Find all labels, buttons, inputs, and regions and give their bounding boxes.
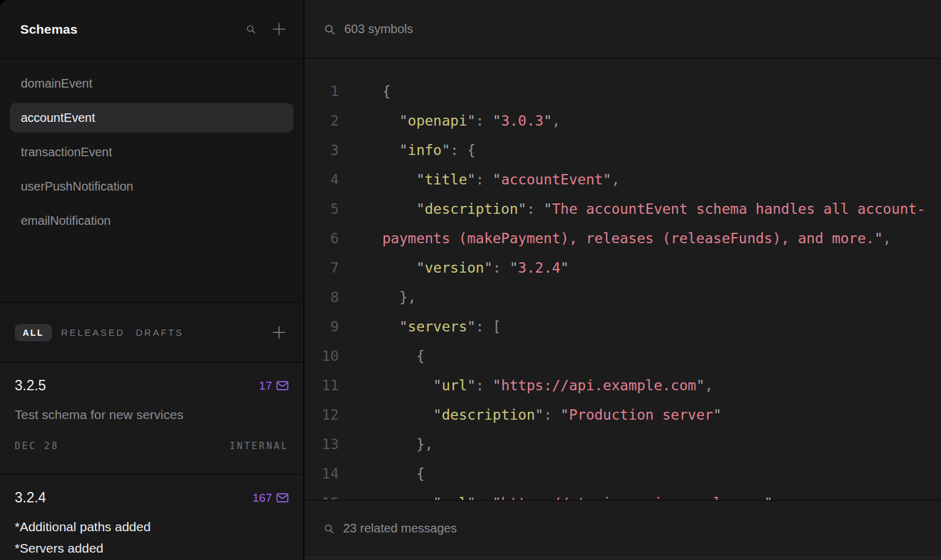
- line-number: 8: [304, 282, 339, 312]
- code-text: "url": "https://staging.api.example.com"…: [382, 488, 781, 500]
- code-line-3: 3 "info": {: [304, 135, 941, 165]
- line-number: 9: [304, 312, 339, 341]
- schema-list-item-userPushNotification[interactable]: userPushNotification: [10, 172, 293, 201]
- line-number: 12: [304, 400, 339, 429]
- app-window: Schemas domainEventaccountEventtransacti…: [0, 0, 941, 560]
- schema-editor-panel: 603 symbols 1{2 "openapi": "3.0.3",3 "in…: [304, 0, 941, 560]
- code-text: "openapi": "3.0.3",: [382, 106, 561, 135]
- code-text: {: [382, 341, 425, 371]
- code-text: "servers": [: [382, 312, 501, 341]
- version-list: 3.2.517Test schema for new servicesDEC 2…: [0, 363, 303, 560]
- version-date: DEC 28: [15, 441, 59, 452]
- message-count-badge[interactable]: 167: [252, 491, 289, 505]
- schema-list: domainEventaccountEventtransactionEventu…: [0, 59, 303, 303]
- symbols-count-label: 603 symbols: [344, 22, 413, 36]
- line-number: 7: [304, 253, 339, 282]
- code-line-15: 15 "url": "https://staging.api.example.c…: [304, 488, 941, 500]
- filter-tab-released[interactable]: RELEASED: [61, 327, 125, 338]
- search-icon[interactable]: [246, 24, 256, 34]
- related-messages-bar[interactable]: 23 related messages: [304, 500, 941, 557]
- line-number: 13: [304, 429, 339, 459]
- search-icon: [323, 23, 336, 36]
- code-line-1: 1{: [304, 77, 941, 106]
- message-count: 167: [252, 491, 272, 505]
- version-changelog-line: *Additional paths added: [15, 516, 289, 537]
- schemas-sidebar: Schemas domainEventaccountEventtransacti…: [0, 0, 304, 560]
- code-text: "info": {: [382, 135, 475, 165]
- line-number: 15: [304, 488, 339, 500]
- code-text: {: [382, 77, 391, 106]
- line-number: 2: [304, 106, 339, 135]
- code-line-9: 9 "servers": [: [304, 312, 941, 341]
- envelope-icon: [276, 493, 289, 503]
- version-filter-tabs: ALLRELEASEDDRAFTS: [0, 303, 303, 363]
- code-text: },: [382, 282, 416, 312]
- line-number: 10: [304, 341, 339, 371]
- code-text: "version": "3.2.4": [382, 253, 569, 282]
- code-editor[interactable]: 1{2 "openapi": "3.0.3",3 "info": {4 "tit…: [304, 59, 941, 500]
- schema-list-item-accountEvent[interactable]: accountEvent: [10, 103, 293, 132]
- code-text: },: [382, 429, 433, 459]
- visibility-badge: INTERNAL: [230, 441, 289, 452]
- line-number: 5: [304, 194, 339, 224]
- schema-list-item-domainEvent[interactable]: domainEvent: [10, 69, 293, 98]
- message-count: 17: [259, 379, 272, 393]
- code-line-10: 10 {: [304, 341, 941, 371]
- version-number: 3.2.4: [15, 490, 46, 506]
- code-line-14: 14 {: [304, 459, 941, 488]
- sidebar-title: Schemas: [20, 22, 78, 37]
- related-messages-label: 23 related messages: [343, 521, 457, 535]
- search-icon: [323, 523, 334, 534]
- code-line-6: 6payments (makePayment), releases (relea…: [304, 224, 941, 253]
- sidebar-header: Schemas: [0, 0, 303, 59]
- line-number: 11: [304, 371, 339, 400]
- line-number: 4: [304, 165, 339, 194]
- schema-list-item-emailNotification[interactable]: emailNotification: [10, 206, 293, 235]
- code-line-11: 11 "url": "https://api.example.com",: [304, 371, 941, 400]
- schema-list-item-transactionEvent[interactable]: transactionEvent: [10, 137, 293, 167]
- code-line-12: 12 "description": "Production server": [304, 400, 941, 429]
- version-card-3.2.5[interactable]: 3.2.517Test schema for new servicesDEC 2…: [0, 363, 303, 475]
- code-line-8: 8 },: [304, 282, 941, 312]
- code-line-2: 2 "openapi": "3.0.3",: [304, 106, 941, 135]
- add-version-icon[interactable]: [272, 325, 286, 339]
- filter-tab-all[interactable]: ALL: [15, 324, 52, 341]
- code-line-7: 7 "version": "3.2.4": [304, 253, 941, 282]
- version-number: 3.2.5: [15, 377, 46, 394]
- code-text: "description": "Production server": [382, 400, 722, 429]
- filter-tab-drafts[interactable]: DRAFTS: [136, 327, 184, 338]
- line-number: 1: [304, 77, 339, 106]
- envelope-icon: [276, 380, 289, 391]
- code-text: "description": "The accountEvent schema …: [382, 194, 925, 224]
- code-text: {: [382, 459, 425, 488]
- line-number: 3: [304, 135, 339, 165]
- line-number: 6: [304, 224, 339, 253]
- code-text: "url": "https://api.example.com",: [382, 371, 713, 400]
- version-description: Test schema for new services: [15, 407, 289, 422]
- code-line-4: 4 "title": "accountEvent",: [304, 165, 941, 194]
- next-section-edge: [304, 557, 941, 560]
- version-changelog-line: *Servers added: [15, 537, 289, 559]
- line-number: 14: [304, 459, 339, 488]
- add-schema-icon[interactable]: [272, 22, 286, 36]
- code-line-13: 13 },: [304, 429, 941, 459]
- code-line-5: 5 "description": "The accountEvent schem…: [304, 194, 941, 224]
- symbols-search-bar[interactable]: 603 symbols: [304, 0, 941, 59]
- message-count-badge[interactable]: 17: [259, 379, 289, 393]
- code-text: payments (makePayment), releases (releas…: [382, 224, 891, 253]
- version-card-3.2.4[interactable]: 3.2.4167*Additional paths added*Servers …: [0, 475, 303, 560]
- code-text: "title": "accountEvent",: [382, 165, 620, 194]
